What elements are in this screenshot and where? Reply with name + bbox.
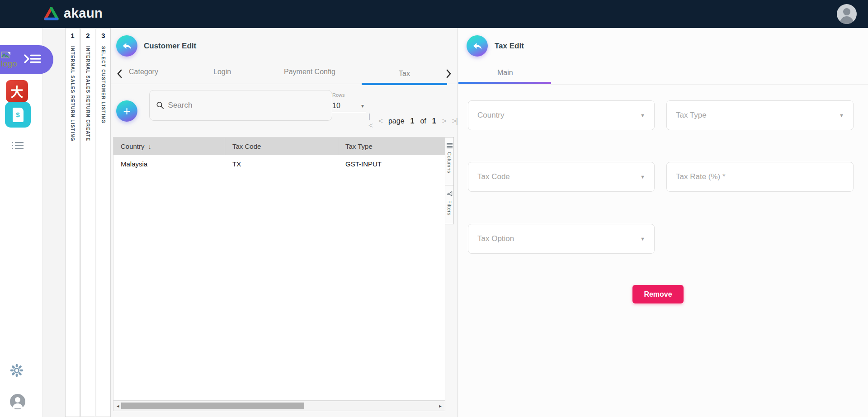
rows-label: Rows <box>332 92 345 98</box>
field-placeholder: Tax Code <box>477 172 510 181</box>
remove-button[interactable]: Remove <box>632 285 684 303</box>
page-title: Tax Edit <box>495 42 524 51</box>
step-label: INTERNAL SALES RETURN LISTING <box>70 46 75 142</box>
back-button[interactable] <box>116 35 137 57</box>
step-number: 1 <box>71 32 74 39</box>
cell-tax-code: TX <box>225 155 338 173</box>
step-tab-2[interactable]: 2 INTERNAL SALES RETURN CREATE <box>80 28 95 417</box>
app-sidebar: logo 大 $ <box>0 28 43 417</box>
dropdown-caret-icon: ▼ <box>839 113 844 118</box>
search-input[interactable] <box>168 101 326 110</box>
step-number: 2 <box>86 32 90 39</box>
table-row[interactable]: Malaysia TX GST-INPUT <box>113 155 445 173</box>
tab-main[interactable]: Main <box>497 69 513 77</box>
step-label: SELECT CUSTOMER LISTING <box>101 46 106 123</box>
search-box <box>149 90 332 121</box>
dropdown-caret-icon: ▼ <box>640 236 645 242</box>
cell-country: Malaysia <box>113 155 225 173</box>
step-tab-1[interactable]: 1 INTERNAL SALES RETURN LISTING <box>65 28 80 417</box>
pagination: |< < page 1 of 1 > >| <box>368 112 458 130</box>
broken-logo-placeholder: logo <box>1 52 17 68</box>
tax-table: Country ↓ Tax Code Tax Type Malaysia TX … <box>113 137 445 401</box>
back-arrow-icon <box>472 40 483 52</box>
rows-per-page-select[interactable]: Rows 10 ▼ <box>332 102 366 112</box>
brand-logo[interactable]: akaun <box>43 6 103 21</box>
tab-tax-label: Tax <box>399 70 410 78</box>
current-page: 1 <box>410 117 415 125</box>
tab-category[interactable]: Category <box>129 68 158 76</box>
sort-descending-icon[interactable]: ↓ <box>148 142 152 150</box>
tax-rate-field-wrap <box>666 162 854 192</box>
active-tab-underline <box>362 83 447 85</box>
columns-tab-label: Columns <box>447 152 452 173</box>
total-pages: 1 <box>432 117 436 125</box>
settings-gear-icon[interactable] <box>10 364 24 379</box>
sidebar-collapse-icon[interactable] <box>24 53 42 66</box>
tabs-divider <box>458 84 868 85</box>
rows-value: 10 <box>332 102 340 109</box>
page-word: page <box>388 117 405 125</box>
customer-edit-tabs: Category Login Payment Config Tax <box>111 63 458 84</box>
table-header-row: Country ↓ Tax Code Tax Type <box>113 137 445 155</box>
broken-image-icon <box>1 52 11 59</box>
column-label: Country <box>121 142 145 150</box>
column-header-country[interactable]: Country ↓ <box>113 137 225 155</box>
search-icon <box>156 101 165 110</box>
scroll-right-arrow-icon[interactable]: ► <box>437 404 444 408</box>
tax-edit-panel: Tax Edit Main Country ▼ Tax Type ▼ Tax C… <box>458 28 868 417</box>
tax-code-select[interactable]: Tax Code ▼ <box>468 162 655 192</box>
of-word: of <box>420 117 426 125</box>
app-icon-invoice[interactable]: $ <box>5 102 31 128</box>
country-select[interactable]: Country ▼ <box>468 100 655 130</box>
tax-option-select[interactable]: Tax Option ▼ <box>468 224 655 254</box>
tenant-logo-pill[interactable]: logo <box>0 45 53 74</box>
tab-login[interactable]: Login <box>213 68 231 76</box>
list-menu-icon[interactable] <box>12 141 24 152</box>
user-avatar[interactable] <box>837 4 857 24</box>
scroll-left-arrow-icon[interactable]: ◄ <box>114 404 122 408</box>
person-icon <box>837 4 857 24</box>
dropdown-caret-icon: ▼ <box>360 104 365 109</box>
table-side-tabs: Columns Filters <box>445 137 454 224</box>
filter-funnel-icon <box>447 191 453 197</box>
field-placeholder: Tax Option <box>477 234 514 243</box>
tabs-scroll-left-icon[interactable] <box>117 69 122 80</box>
columns-side-tab[interactable]: Columns <box>445 137 454 185</box>
tax-rate-input[interactable] <box>676 172 844 181</box>
dropdown-caret-icon: ▼ <box>640 113 645 118</box>
add-tax-button[interactable]: + <box>116 100 137 122</box>
column-label: Tax Type <box>345 142 373 150</box>
prev-page-button[interactable]: < <box>378 117 382 126</box>
step-tab-3[interactable]: 3 SELECT CUSTOMER LISTING <box>96 28 111 417</box>
logo-alt-text: logo <box>1 59 17 68</box>
step-number: 3 <box>101 32 105 39</box>
column-header-tax-type[interactable]: Tax Type <box>338 137 445 155</box>
profile-person-icon[interactable] <box>9 393 26 412</box>
step-label: INTERNAL SALES RETURN CREATE <box>85 46 90 141</box>
app-red-glyph: 大 <box>10 82 23 100</box>
column-header-tax-code[interactable]: Tax Code <box>225 137 338 155</box>
column-label: Tax Code <box>232 142 261 150</box>
top-navbar: akaun <box>0 0 868 28</box>
app-icon-red[interactable]: 大 <box>6 80 28 102</box>
last-page-button[interactable]: >| <box>452 117 458 126</box>
tabs-scroll-right-icon[interactable] <box>446 69 452 80</box>
columns-icon <box>447 143 453 148</box>
field-placeholder: Country <box>477 111 505 120</box>
akaun-triangle-icon <box>43 6 60 21</box>
dollar-document-icon: $ <box>13 108 24 122</box>
horizontal-scrollbar[interactable]: ◄ ► <box>113 401 445 411</box>
tab-payment-config[interactable]: Payment Config <box>284 68 335 76</box>
first-page-button[interactable]: |< <box>368 112 373 130</box>
next-page-button[interactable]: > <box>442 117 446 126</box>
back-arrow-icon <box>121 40 133 52</box>
back-button[interactable] <box>467 35 488 57</box>
tax-type-select[interactable]: Tax Type ▼ <box>666 100 854 130</box>
cell-tax-type: GST-INPUT <box>338 155 445 173</box>
filters-tab-label: Filters <box>447 200 452 215</box>
dollar-glyph: $ <box>16 111 19 118</box>
tab-tax[interactable]: Tax <box>362 63 447 84</box>
scrollbar-thumb[interactable] <box>121 403 304 409</box>
filters-side-tab[interactable]: Filters <box>445 185 454 224</box>
page-title: Customer Edit <box>144 42 196 51</box>
